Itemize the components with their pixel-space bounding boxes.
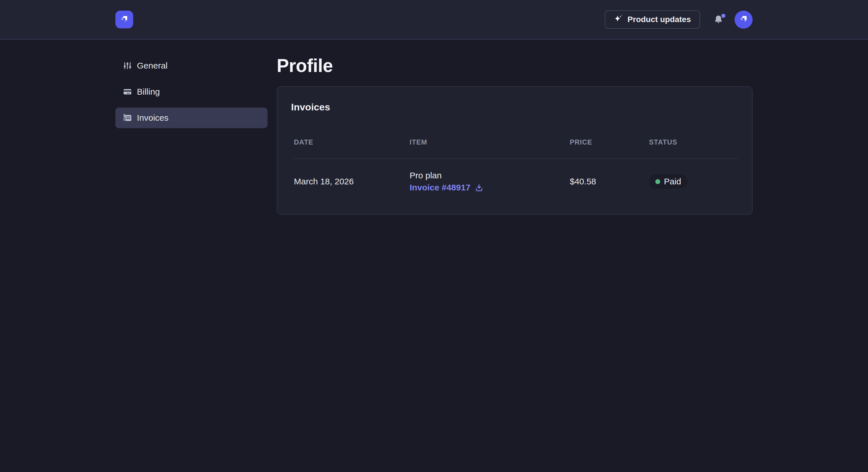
sidebar-item-invoices[interactable]: $ Invoices xyxy=(115,107,268,128)
main-panel: Profile Invoices DATE ITEM PRICE STATUS … xyxy=(277,55,753,215)
column-header-price: PRICE xyxy=(567,138,646,146)
credit-card-icon xyxy=(123,87,132,96)
table-header-row: DATE ITEM PRICE STATUS xyxy=(291,138,738,159)
column-header-status: STATUS xyxy=(646,138,738,146)
svg-text:$: $ xyxy=(123,113,126,118)
invoice-number-link[interactable]: Invoice #48917 xyxy=(410,182,470,193)
sidebar-item-label: General xyxy=(137,61,167,71)
topbar: Product updates xyxy=(0,0,868,40)
invoice-item-cell: Pro plan Invoice #48917 xyxy=(407,170,567,193)
settings-sidebar: General Billing $ xyxy=(115,55,268,215)
card-title: Invoices xyxy=(291,101,738,113)
user-avatar[interactable] xyxy=(735,11,753,29)
sidebar-item-billing[interactable]: Billing xyxy=(115,81,268,102)
sidebar-item-general[interactable]: General xyxy=(115,55,268,76)
status-label: Paid xyxy=(664,177,681,187)
logo-arrow-icon xyxy=(119,14,129,25)
invoice-date: March 18, 2026 xyxy=(291,177,407,187)
invoice-plan-name: Pro plan xyxy=(410,170,567,181)
sidebar-item-label: Billing xyxy=(137,87,160,97)
column-header-date: DATE xyxy=(291,138,407,146)
page-title: Profile xyxy=(277,55,753,76)
notifications-button[interactable] xyxy=(713,13,724,26)
sidebar-item-label: Invoices xyxy=(137,113,168,123)
paid-status-dot xyxy=(655,179,660,184)
table-row: March 18, 2026 Pro plan Invoice #48917 xyxy=(291,159,738,193)
invoices-card: Invoices DATE ITEM PRICE STATUS March 18… xyxy=(277,86,753,215)
invoice-status-cell: Paid xyxy=(646,174,738,189)
product-updates-label: Product updates xyxy=(627,15,691,24)
column-header-item: ITEM xyxy=(407,138,567,146)
download-icon[interactable] xyxy=(474,183,484,192)
notification-dot xyxy=(721,14,725,18)
invoice-icon: $ xyxy=(123,113,132,123)
product-updates-button[interactable]: Product updates xyxy=(605,10,700,29)
avatar-logo-icon xyxy=(738,14,749,26)
status-badge: Paid xyxy=(649,174,687,189)
invoice-price: $40.58 xyxy=(567,177,646,187)
sparkles-icon xyxy=(614,14,623,25)
app-logo[interactable] xyxy=(115,11,133,28)
sliders-icon xyxy=(123,61,132,70)
